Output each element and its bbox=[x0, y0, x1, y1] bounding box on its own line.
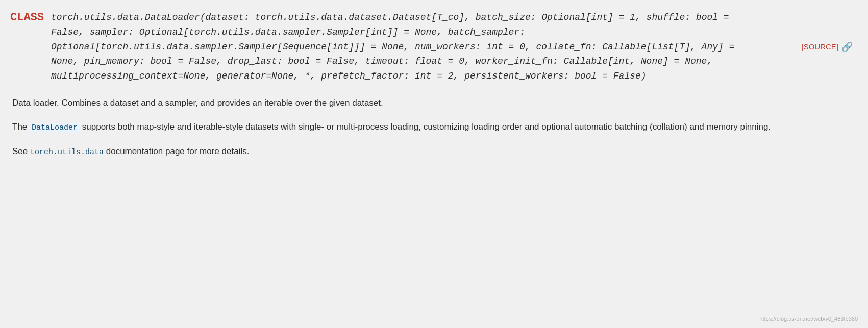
description-3: See torch.utils.data documentation page … bbox=[12, 144, 853, 159]
description-1: Data loader. Combines a dataset and a sa… bbox=[12, 96, 853, 110]
signature-block: CLASS torch.utils.data.DataLoader(datase… bbox=[10, 10, 853, 84]
description-section: Data loader. Combines a dataset and a sa… bbox=[10, 96, 853, 159]
dataloader-inline-code[interactable]: DataLoader bbox=[30, 123, 80, 133]
description-2: The DataLoader supports both map-style a… bbox=[12, 120, 853, 134]
url-watermark: https://blog.us-dn.net/web/v0_483fb360 bbox=[759, 316, 858, 322]
class-keyword: CLASS bbox=[10, 10, 44, 24]
link-icon: 🔗 bbox=[841, 41, 853, 53]
page-container: CLASS torch.utils.data.DataLoader(datase… bbox=[0, 0, 868, 328]
torch-utils-data-link[interactable]: torch.utils.data bbox=[30, 148, 104, 157]
source-label: [SOURCE] bbox=[801, 42, 838, 51]
signature-code: torch.utils.data.DataLoader(dataset: tor… bbox=[51, 10, 853, 84]
source-link[interactable]: [SOURCE] 🔗 bbox=[801, 41, 853, 53]
